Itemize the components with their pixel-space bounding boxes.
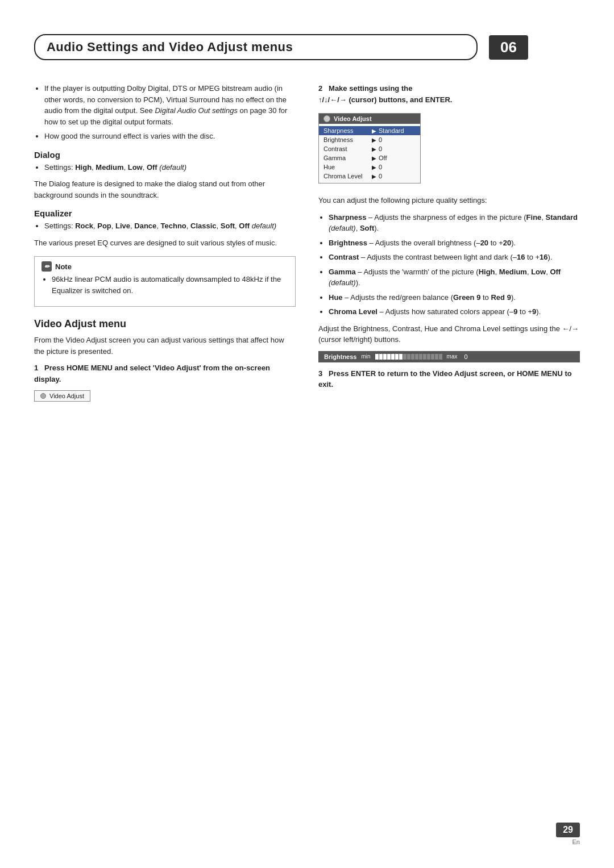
disc-icon (40, 393, 46, 399)
list-item: Settings: Rock, Pop, Live, Dance, Techno… (44, 220, 296, 232)
picture-quality-bullets: Sharpness – Adjusts the sharpness of edg… (329, 212, 580, 318)
list-item-contrast: Contrast – Adjusts the contrast between … (329, 252, 580, 263)
mockup-header-label: Video Adjust (334, 115, 372, 122)
bar-seg (387, 354, 391, 360)
bar-seg (415, 354, 418, 360)
bar-seg (399, 354, 403, 360)
brightness-bar-max: max (447, 353, 458, 360)
equalizer-settings: Settings: Rock, Pop, Live, Dance, Techno… (44, 220, 296, 232)
mockup-row-gamma: Gamma ▶ Off (319, 153, 420, 162)
dialog-heading: Dialog (34, 150, 296, 160)
note-bullets: 96kHz linear PCM audio is automatically … (52, 274, 288, 296)
bar-seg (411, 354, 414, 360)
step2-label: 2 Make settings using the↑/↓/←/→ (cursor… (318, 83, 580, 105)
left-column: If the player is outputting Dolby Digita… (34, 83, 296, 405)
dialog-description: The Dialog feature is designed to make t… (34, 178, 296, 201)
chapter-header: Audio Settings and Video Adjust menus 06 (34, 34, 580, 60)
brightness-bar-segments (375, 354, 442, 360)
picture-quality-intro: You can adjust the following picture qua… (318, 195, 580, 206)
bar-seg (383, 354, 387, 360)
mockup-body: Sharpness ▶ Standard Brightness ▶ 0 Cont… (319, 124, 420, 183)
list-item: Settings: High, Medium, Low, Off (defaul… (44, 162, 296, 173)
page-lang: En (572, 838, 580, 845)
list-item-hue: Hue – Adjusts the red/green balance (Gre… (329, 292, 580, 303)
mockup-row-sharpness: Sharpness ▶ Standard (319, 126, 420, 135)
equalizer-heading: Equalizer (34, 208, 296, 218)
list-item: 96kHz linear PCM audio is automatically … (52, 274, 288, 296)
right-column: 2 Make settings using the↑/↓/←/→ (cursor… (318, 83, 580, 405)
brightness-bar: Brightness min (318, 351, 580, 362)
bar-seg (375, 354, 379, 360)
step3-label: 3 Press ENTER to return to the Video Adj… (318, 368, 580, 390)
brightness-bar-label: Brightness (324, 353, 356, 360)
step1-label: 1 Press HOME MENU and select 'Video Adju… (34, 362, 296, 385)
small-mockup-label: Video Adjust (49, 393, 84, 399)
mockup-row-chroma: Chroma Level ▶ 0 (319, 172, 420, 181)
dialog-settings: Settings: High, Medium, Low, Off (defaul… (44, 162, 296, 173)
note-box: ✏ Note 96kHz linear PCM audio is automat… (34, 256, 296, 307)
bar-seg (391, 354, 395, 360)
list-item-chroma: Chroma Level – Adjusts how saturated col… (329, 306, 580, 318)
chapter-title: Audio Settings and Video Adjust menus (34, 34, 478, 60)
small-video-adjust-mockup: Video Adjust (34, 390, 90, 402)
mockup-row-contrast: Contrast ▶ 0 (319, 144, 420, 153)
mockup-row-brightness: Brightness ▶ 0 (319, 135, 420, 144)
bar-seg (379, 354, 383, 360)
list-item-gamma: Gamma – Adjusts the 'warmth' of the pict… (329, 266, 580, 289)
page-number: 29 (556, 823, 580, 837)
list-item-sharpness: Sharpness – Adjusts the sharpness of edg… (329, 212, 580, 234)
equalizer-description: The various preset EQ curves are designe… (34, 237, 296, 249)
bar-seg (407, 354, 410, 360)
video-adjust-mockup: Video Adjust Sharpness ▶ Standard Bright… (318, 113, 421, 183)
bar-seg (403, 354, 406, 360)
brightness-bar-value: 0 (464, 353, 468, 360)
chapter-number: 06 (489, 35, 528, 60)
bar-seg (427, 354, 430, 360)
list-item: If the player is outputting Dolby Digita… (44, 83, 296, 127)
list-item-brightness: Brightness – Adjusts the overall brightn… (329, 237, 580, 249)
disc-icon (323, 115, 330, 122)
bar-seg (439, 354, 442, 360)
video-adjust-heading: Video Adjust menu (34, 318, 296, 330)
list-item: How good the surround effect is varies w… (44, 131, 296, 142)
brightness-bar-min: min (361, 353, 370, 360)
note-icon: ✏ (42, 261, 52, 272)
bar-seg (395, 354, 399, 360)
content-columns: If the player is outputting Dolby Digita… (34, 83, 580, 405)
mockup-header: Video Adjust (319, 114, 420, 124)
intro-bullets: If the player is outputting Dolby Digita… (44, 83, 296, 142)
adjust-note: Adjust the Brightness, Contrast, Hue and… (318, 323, 580, 345)
bar-seg (419, 354, 422, 360)
page: Audio Settings and Video Adjust menus 06… (0, 0, 614, 868)
bar-seg (435, 354, 438, 360)
mockup-row-hue: Hue ▶ 0 (319, 162, 420, 172)
note-label: ✏ Note (42, 261, 288, 272)
video-adjust-intro: From the Video Adjust screen you can adj… (34, 335, 296, 357)
bar-seg (431, 354, 434, 360)
bar-seg (423, 354, 426, 360)
page-number-box: 29 En (556, 823, 580, 845)
